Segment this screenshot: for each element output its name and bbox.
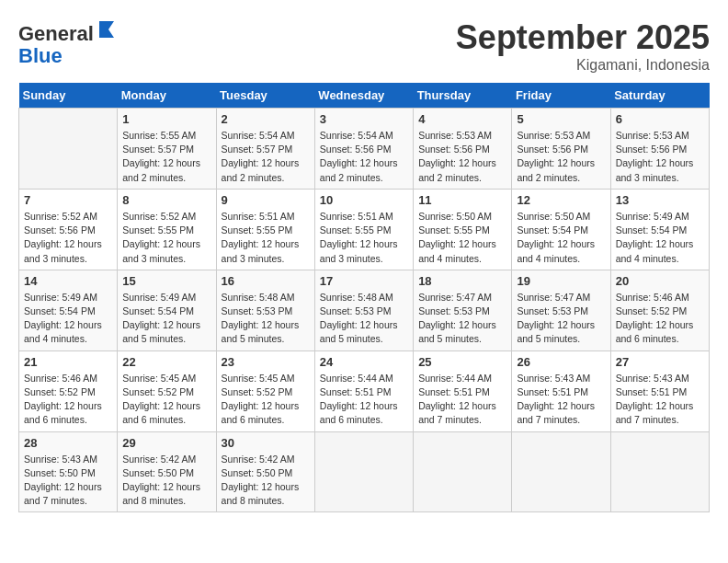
calendar-cell — [19, 109, 118, 190]
calendar-cell: 28Sunrise: 5:43 AM Sunset: 5:50 PM Dayli… — [19, 431, 118, 512]
day-number: 7 — [24, 193, 112, 207]
weekday-header-wednesday: Wednesday — [314, 83, 413, 109]
day-number: 26 — [517, 355, 605, 369]
day-number: 14 — [24, 274, 112, 288]
calendar-cell: 26Sunrise: 5:43 AM Sunset: 5:51 PM Dayli… — [512, 350, 610, 431]
day-number: 27 — [616, 355, 704, 369]
weekday-header-sunday: Sunday — [19, 83, 118, 109]
day-info: Sunrise: 5:54 AM Sunset: 5:56 PM Dayligh… — [320, 129, 408, 185]
day-info: Sunrise: 5:53 AM Sunset: 5:56 PM Dayligh… — [616, 129, 704, 185]
calendar-cell: 27Sunrise: 5:43 AM Sunset: 5:51 PM Dayli… — [610, 350, 709, 431]
day-number: 16 — [222, 274, 310, 288]
calendar-cell: 5Sunrise: 5:53 AM Sunset: 5:56 PM Daylig… — [512, 109, 610, 190]
calendar-cell: 14Sunrise: 5:49 AM Sunset: 5:54 PM Dayli… — [19, 270, 118, 350]
day-info: Sunrise: 5:47 AM Sunset: 5:53 PM Dayligh… — [517, 291, 605, 347]
day-number: 28 — [24, 436, 112, 450]
day-info: Sunrise: 5:52 AM Sunset: 5:56 PM Dayligh… — [24, 210, 112, 266]
calendar-cell: 7Sunrise: 5:52 AM Sunset: 5:56 PM Daylig… — [19, 189, 118, 270]
day-info: Sunrise: 5:45 AM Sunset: 5:52 PM Dayligh… — [122, 372, 210, 428]
calendar-cell: 13Sunrise: 5:49 AM Sunset: 5:54 PM Dayli… — [610, 189, 709, 270]
day-number: 1 — [122, 112, 210, 126]
calendar-cell: 8Sunrise: 5:52 AM Sunset: 5:55 PM Daylig… — [118, 189, 216, 270]
day-number: 5 — [517, 112, 605, 126]
day-info: Sunrise: 5:51 AM Sunset: 5:55 PM Dayligh… — [222, 210, 310, 266]
calendar-cell: 16Sunrise: 5:48 AM Sunset: 5:53 PM Dayli… — [216, 270, 314, 350]
day-info: Sunrise: 5:48 AM Sunset: 5:53 PM Dayligh… — [222, 291, 310, 347]
day-number: 13 — [616, 193, 704, 207]
calendar-week-row: 1Sunrise: 5:55 AM Sunset: 5:57 PM Daylig… — [19, 109, 710, 190]
day-info: Sunrise: 5:43 AM Sunset: 5:50 PM Dayligh… — [24, 453, 112, 509]
day-number: 2 — [222, 112, 310, 126]
month-title: September 2025 — [456, 18, 710, 57]
day-info: Sunrise: 5:44 AM Sunset: 5:51 PM Dayligh… — [418, 372, 506, 428]
calendar-cell: 10Sunrise: 5:51 AM Sunset: 5:55 PM Dayli… — [314, 189, 413, 270]
day-number: 30 — [222, 436, 310, 450]
calendar-cell: 12Sunrise: 5:50 AM Sunset: 5:54 PM Dayli… — [512, 189, 610, 270]
calendar-cell: 22Sunrise: 5:45 AM Sunset: 5:52 PM Dayli… — [118, 350, 216, 431]
day-number: 17 — [320, 274, 408, 288]
day-info: Sunrise: 5:53 AM Sunset: 5:56 PM Dayligh… — [517, 129, 605, 185]
calendar-cell — [610, 431, 709, 512]
day-info: Sunrise: 5:45 AM Sunset: 5:52 PM Dayligh… — [222, 372, 310, 428]
day-number: 24 — [320, 355, 408, 369]
calendar-week-row: 7Sunrise: 5:52 AM Sunset: 5:56 PM Daylig… — [19, 189, 710, 270]
calendar-week-row: 21Sunrise: 5:46 AM Sunset: 5:52 PM Dayli… — [19, 350, 710, 431]
day-number: 4 — [418, 112, 506, 126]
calendar-cell: 3Sunrise: 5:54 AM Sunset: 5:56 PM Daylig… — [314, 109, 413, 190]
calendar-cell: 19Sunrise: 5:47 AM Sunset: 5:53 PM Dayli… — [512, 270, 610, 350]
day-number: 23 — [222, 355, 310, 369]
svg-marker-0 — [99, 21, 114, 38]
calendar-cell: 15Sunrise: 5:49 AM Sunset: 5:54 PM Dayli… — [118, 270, 216, 350]
day-number: 9 — [222, 193, 310, 207]
page-header: General Blue September 2025 Kigamani, In… — [18, 18, 710, 74]
calendar-header-row: SundayMondayTuesdayWednesdayThursdayFrid… — [19, 83, 710, 109]
calendar-cell: 29Sunrise: 5:42 AM Sunset: 5:50 PM Dayli… — [118, 431, 216, 512]
logo-general-text: General — [18, 22, 94, 45]
calendar-cell: 18Sunrise: 5:47 AM Sunset: 5:53 PM Dayli… — [414, 270, 512, 350]
calendar-cell: 11Sunrise: 5:50 AM Sunset: 5:55 PM Dayli… — [414, 189, 512, 270]
logo-flag-icon — [96, 18, 118, 40]
day-info: Sunrise: 5:52 AM Sunset: 5:55 PM Dayligh… — [122, 210, 210, 266]
calendar-cell: 23Sunrise: 5:45 AM Sunset: 5:52 PM Dayli… — [216, 350, 314, 431]
calendar-cell: 4Sunrise: 5:53 AM Sunset: 5:56 PM Daylig… — [414, 109, 512, 190]
day-info: Sunrise: 5:53 AM Sunset: 5:56 PM Dayligh… — [418, 129, 506, 185]
calendar-table: SundayMondayTuesdayWednesdayThursdayFrid… — [18, 83, 710, 512]
calendar-cell: 21Sunrise: 5:46 AM Sunset: 5:52 PM Dayli… — [19, 350, 118, 431]
day-number: 3 — [320, 112, 408, 126]
day-info: Sunrise: 5:55 AM Sunset: 5:57 PM Dayligh… — [122, 129, 210, 185]
calendar-cell: 17Sunrise: 5:48 AM Sunset: 5:53 PM Dayli… — [314, 270, 413, 350]
weekday-header-saturday: Saturday — [610, 83, 709, 109]
calendar-cell: 30Sunrise: 5:42 AM Sunset: 5:50 PM Dayli… — [216, 431, 314, 512]
calendar-cell: 25Sunrise: 5:44 AM Sunset: 5:51 PM Dayli… — [414, 350, 512, 431]
day-number: 6 — [616, 112, 704, 126]
day-info: Sunrise: 5:49 AM Sunset: 5:54 PM Dayligh… — [24, 291, 112, 347]
day-number: 11 — [418, 193, 506, 207]
logo-blue-text: Blue — [18, 44, 63, 67]
calendar-body: 1Sunrise: 5:55 AM Sunset: 5:57 PM Daylig… — [19, 109, 710, 512]
day-info: Sunrise: 5:50 AM Sunset: 5:54 PM Dayligh… — [517, 210, 605, 266]
day-number: 21 — [24, 355, 112, 369]
day-info: Sunrise: 5:49 AM Sunset: 5:54 PM Dayligh… — [616, 210, 704, 266]
title-block: September 2025 Kigamani, Indonesia — [456, 18, 710, 74]
day-number: 25 — [418, 355, 506, 369]
day-number: 29 — [122, 436, 210, 450]
day-number: 19 — [517, 274, 605, 288]
weekday-header-thursday: Thursday — [414, 83, 512, 109]
day-info: Sunrise: 5:49 AM Sunset: 5:54 PM Dayligh… — [122, 291, 210, 347]
day-info: Sunrise: 5:46 AM Sunset: 5:52 PM Dayligh… — [24, 372, 112, 428]
day-number: 20 — [616, 274, 704, 288]
day-number: 10 — [320, 193, 408, 207]
day-info: Sunrise: 5:42 AM Sunset: 5:50 PM Dayligh… — [222, 453, 310, 509]
day-info: Sunrise: 5:47 AM Sunset: 5:53 PM Dayligh… — [418, 291, 506, 347]
weekday-header-tuesday: Tuesday — [216, 83, 314, 109]
day-number: 22 — [122, 355, 210, 369]
day-number: 15 — [122, 274, 210, 288]
weekday-header-monday: Monday — [118, 83, 216, 109]
calendar-week-row: 28Sunrise: 5:43 AM Sunset: 5:50 PM Dayli… — [19, 431, 710, 512]
calendar-cell: 24Sunrise: 5:44 AM Sunset: 5:51 PM Dayli… — [314, 350, 413, 431]
calendar-cell: 1Sunrise: 5:55 AM Sunset: 5:57 PM Daylig… — [118, 109, 216, 190]
logo: General Blue — [18, 18, 118, 67]
calendar-cell — [512, 431, 610, 512]
day-info: Sunrise: 5:43 AM Sunset: 5:51 PM Dayligh… — [616, 372, 704, 428]
day-info: Sunrise: 5:43 AM Sunset: 5:51 PM Dayligh… — [517, 372, 605, 428]
